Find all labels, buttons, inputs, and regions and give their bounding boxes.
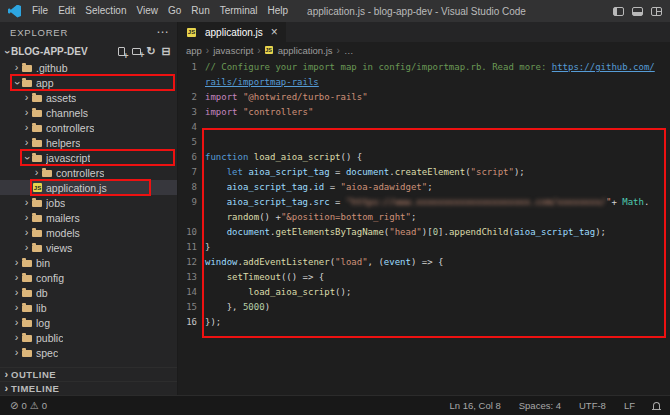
code-line-4[interactable]: 4: [178, 120, 670, 135]
tree-item-lib[interactable]: ›lib: [0, 300, 177, 315]
customize-layout-icon[interactable]: [651, 7, 662, 16]
sidebar-spacer: [0, 360, 177, 367]
more-actions-icon[interactable]: ⋯: [156, 27, 169, 37]
menu-selection[interactable]: Selection: [80, 0, 131, 22]
tree-item-helpers[interactable]: ›helpers: [0, 135, 177, 150]
folder-icon: [32, 125, 42, 132]
project-section-header[interactable]: › BLOG-APP-DEV ↻ ⊟: [0, 42, 177, 60]
code-line-8[interactable]: 8 aioa_script_tag.id = "aioa-adawidget";: [178, 180, 670, 195]
tree-item-spec[interactable]: ›spec: [0, 345, 177, 360]
problems-indicator[interactable]: ⊘ 0 ⚠ 0: [10, 400, 47, 411]
tree-item-assets[interactable]: ›assets: [0, 90, 177, 105]
code-line-9[interactable]: 9 aioa_script_tag.src = "https://www.xxx…: [178, 195, 670, 210]
breadcrumb-item[interactable]: JSapplication.js: [265, 45, 333, 56]
code-line-16[interactable]: 16});: [178, 315, 670, 330]
tree-item-config[interactable]: ›config: [0, 270, 177, 285]
chevron-right-icon: ›: [12, 272, 21, 283]
chevron-right-icon: ›: [22, 137, 31, 148]
toggle-panel-icon[interactable]: [632, 7, 643, 16]
code-line-text: }: [205, 240, 210, 255]
menu-go[interactable]: Go: [163, 0, 186, 22]
menu-edit[interactable]: Edit: [53, 0, 80, 22]
menu-file[interactable]: File: [27, 0, 53, 22]
tree-item-controllers[interactable]: ›controllers: [0, 120, 177, 135]
tree-item-db[interactable]: ›db: [0, 285, 177, 300]
tree-item-controllers[interactable]: ›controllers: [0, 165, 177, 180]
code-line-text: setTimeout(() => {: [205, 270, 324, 285]
outline-section[interactable]: › OUTLINE: [0, 367, 177, 381]
timeline-section[interactable]: › TIMELINE: [0, 381, 177, 395]
close-tab-icon[interactable]: ×: [271, 26, 278, 38]
tree-item-channels[interactable]: ›channels: [0, 105, 177, 120]
vscode-window: FileEditSelectionViewGoRunTerminalHelp a…: [0, 0, 670, 415]
breadcrumb-separator: ›: [257, 45, 260, 56]
tree-item-jobs[interactable]: ›jobs: [0, 195, 177, 210]
layout-controls: [605, 7, 662, 16]
line-number: 11: [178, 240, 197, 255]
tree-item--github[interactable]: ›.github: [0, 60, 177, 75]
folder-open-icon: [32, 155, 42, 162]
chevron-right-icon: ›: [12, 347, 21, 358]
toggle-sidebar-icon[interactable]: [613, 7, 624, 16]
breadcrumb-item[interactable]: …: [344, 45, 354, 56]
tree-item-public[interactable]: ›public: [0, 330, 177, 345]
line-number: 4: [178, 120, 197, 135]
menu-view[interactable]: View: [132, 0, 164, 22]
folder-icon: [32, 95, 42, 102]
tree-item-bin[interactable]: ›bin: [0, 255, 177, 270]
tree-item-label: channels: [46, 107, 88, 119]
tree-item-app[interactable]: ›app: [0, 75, 177, 90]
new-folder-icon[interactable]: [129, 44, 143, 58]
code-line-2[interactable]: 2import "@hotwired/turbo-rails": [178, 90, 670, 105]
code-line-15[interactable]: 15 }, 5000): [178, 300, 670, 315]
tree-item-models[interactable]: ›models: [0, 225, 177, 240]
folder-icon: [32, 140, 42, 147]
code-line-13[interactable]: 13 setTimeout(() => {: [178, 270, 670, 285]
tab-application-js[interactable]: JS application.js ×: [178, 22, 286, 42]
chevron-right-icon: ›: [12, 62, 21, 73]
code-line-7[interactable]: 7 let aioa_script_tag = document.createE…: [178, 165, 670, 180]
menu-terminal[interactable]: Terminal: [215, 0, 263, 22]
collapse-all-icon[interactable]: ⊟: [159, 44, 173, 58]
code-line-1[interactable]: 1// Configure your import map in config/…: [178, 60, 670, 75]
notifications-bell-icon[interactable]: [653, 402, 660, 409]
menu-help[interactable]: Help: [263, 0, 294, 22]
code-line-text: rails/importmap-rails: [205, 75, 319, 90]
eol-setting[interactable]: LF: [624, 400, 635, 411]
explorer-title: EXPLORER: [10, 27, 68, 38]
breadcrumb-item[interactable]: javascript: [213, 45, 253, 56]
line-number: 7: [178, 165, 197, 180]
indentation-setting[interactable]: Spaces: 4: [519, 400, 561, 411]
status-bar: ⊘ 0 ⚠ 0 Ln 16, Col 8 Spaces: 4 UTF-8 LF: [0, 395, 670, 415]
javascript-file-icon: JS: [33, 183, 42, 192]
breadcrumb-separator: ›: [206, 45, 209, 56]
refresh-icon[interactable]: ↻: [144, 44, 158, 58]
code-line-14[interactable]: 14 load_aioa_script();: [178, 285, 670, 300]
code-line-5[interactable]: 5: [178, 135, 670, 150]
tree-item-javascript[interactable]: ›javascript: [0, 150, 177, 165]
tree-item-label: app: [36, 77, 54, 89]
code-line-10[interactable]: 10 document.getElementsByTagName("head")…: [178, 225, 670, 240]
breadcrumb-item[interactable]: app: [186, 45, 202, 56]
tree-item-views[interactable]: ›views: [0, 240, 177, 255]
code-line-text: let aioa_script_tag = document.createEle…: [205, 165, 525, 180]
chevron-right-icon: ›: [22, 122, 31, 133]
code-line-3[interactable]: 3import "controllers": [178, 105, 670, 120]
tree-item-application-js[interactable]: JSapplication.js: [0, 180, 177, 195]
tree-item-log[interactable]: ›log: [0, 315, 177, 330]
cursor-position[interactable]: Ln 16, Col 8: [450, 400, 501, 411]
new-file-icon[interactable]: [114, 44, 128, 58]
line-number: 5: [178, 135, 197, 150]
line-number: 15: [178, 300, 197, 315]
code-line-wrap[interactable]: rails/importmap-rails: [178, 75, 670, 90]
chevron-right-icon: ›: [22, 227, 31, 238]
tree-item-label: controllers: [46, 122, 94, 134]
code-line-6[interactable]: 6function load_aioa_script() {: [178, 150, 670, 165]
encoding-setting[interactable]: UTF-8: [579, 400, 606, 411]
code-line-11[interactable]: 11}: [178, 240, 670, 255]
code-line-12[interactable]: 12window.addEventListener("load", (event…: [178, 255, 670, 270]
menu-run[interactable]: Run: [186, 0, 214, 22]
tree-item-mailers[interactable]: ›mailers: [0, 210, 177, 225]
code-line-wrap[interactable]: random() +"&position=bottom_right";: [178, 210, 670, 225]
code-editor[interactable]: 1// Configure your import map in config/…: [178, 58, 670, 395]
